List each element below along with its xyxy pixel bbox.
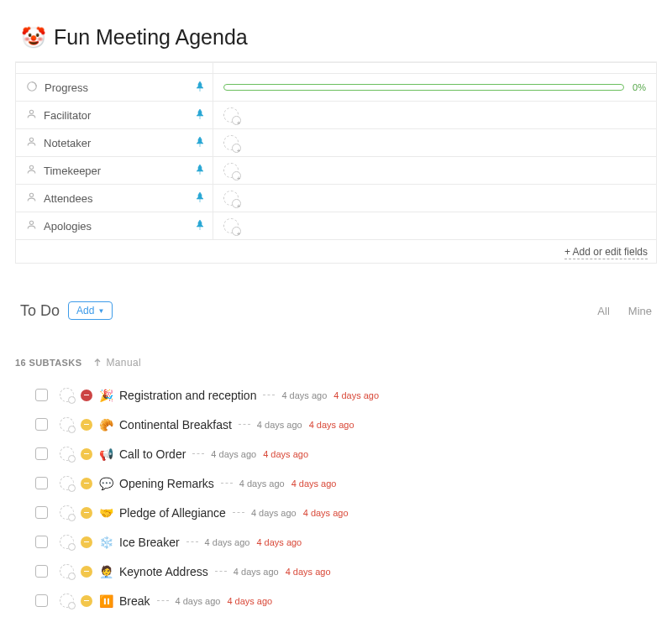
filter-mine-tab[interactable]: Mine xyxy=(628,305,652,317)
person-icon xyxy=(26,136,37,149)
subtask-checkbox[interactable] xyxy=(35,565,48,578)
priority-status-icon[interactable] xyxy=(81,595,92,607)
subtask-title[interactable]: Continental Breakfast xyxy=(119,418,232,431)
assignee-add-icon[interactable] xyxy=(60,388,74,402)
page-title: Fun Meeting Agenda xyxy=(54,25,248,50)
divider-icon xyxy=(233,512,244,513)
divider-icon xyxy=(157,600,169,601)
subtask-created-date: 4 days ago xyxy=(176,596,221,606)
assignee-add-icon[interactable] xyxy=(223,218,239,233)
subtask-created-date: 4 days ago xyxy=(234,567,279,577)
subtask-checkbox[interactable] xyxy=(35,477,48,489)
subtask-emoji-icon: 🤝 xyxy=(99,506,113,520)
filter-all-tab[interactable]: All xyxy=(597,305,609,317)
priority-status-icon[interactable] xyxy=(81,419,92,431)
pin-icon[interactable] xyxy=(196,220,204,233)
subtask-title[interactable]: Call to Order xyxy=(119,447,186,461)
subtask-title[interactable]: Registration and reception xyxy=(119,389,256,402)
priority-status-icon[interactable] xyxy=(81,448,92,460)
priority-status-icon[interactable] xyxy=(81,536,92,548)
assignee-add-icon[interactable] xyxy=(60,417,74,431)
subtask-created-date: 4 days ago xyxy=(205,537,250,547)
assignee-add-icon[interactable] xyxy=(60,535,74,549)
add-subtask-button[interactable]: Add ▼ xyxy=(68,301,113,320)
subtask-row[interactable]: 🤝Pledge of Allegiance4 days ago4 days ag… xyxy=(35,498,657,527)
pin-icon[interactable] xyxy=(196,192,204,205)
subtask-checkbox[interactable] xyxy=(35,389,48,401)
svg-point-1 xyxy=(29,110,33,113)
subtasks-list: 🎉Registration and reception4 days ago4 d… xyxy=(15,374,657,615)
subtask-checkbox[interactable] xyxy=(35,506,48,519)
person-icon xyxy=(26,164,37,177)
subtask-created-date: 4 days ago xyxy=(239,478,285,489)
svg-point-3 xyxy=(29,165,33,169)
pin-icon[interactable] xyxy=(196,137,204,149)
priority-status-icon[interactable] xyxy=(81,566,92,578)
svg-point-4 xyxy=(29,193,33,196)
subtask-row[interactable]: 🧑‍💼Keynote Address4 days ago4 days ago xyxy=(35,557,657,586)
assignee-add-icon[interactable] xyxy=(60,447,74,461)
subtask-row[interactable]: ❄️Ice Breaker4 days ago4 days ago xyxy=(35,527,657,557)
subtask-checkbox[interactable] xyxy=(35,594,48,607)
assignee-add-icon[interactable] xyxy=(60,564,74,578)
subtasks-toolbar: 16 SUBTASKS Manual xyxy=(15,320,657,374)
subtask-emoji-icon: 🥐 xyxy=(99,418,113,431)
field-row[interactable]: Notetaker xyxy=(16,128,656,156)
sort-mode-button[interactable]: Manual xyxy=(93,357,141,369)
assignee-add-icon[interactable] xyxy=(223,163,239,178)
field-row[interactable]: Attendees xyxy=(16,184,656,212)
subtask-title[interactable]: Opening Remarks xyxy=(119,477,214,490)
sort-arrow-icon xyxy=(93,358,102,367)
todo-header: To Do Add ▼ All Mine xyxy=(15,264,657,320)
assignee-add-icon[interactable] xyxy=(223,135,239,150)
add-edit-fields-link[interactable]: + Add or edit fields xyxy=(564,246,648,259)
subtask-title[interactable]: Pledge of Allegiance xyxy=(119,506,226,520)
subtask-checkbox[interactable] xyxy=(35,536,48,548)
subtask-emoji-icon: 🧑‍💼 xyxy=(99,565,113,578)
subtask-title[interactable]: Break xyxy=(119,594,150,608)
field-row[interactable]: Timekeeper xyxy=(16,156,656,184)
svg-point-2 xyxy=(29,138,33,141)
subtask-due-date: 4 days ago xyxy=(227,596,272,606)
subtask-checkbox[interactable] xyxy=(35,447,48,460)
assignee-add-icon[interactable] xyxy=(223,191,239,206)
subtask-checkbox[interactable] xyxy=(35,418,48,431)
subtask-row[interactable]: 📢Call to Order4 days ago4 days ago xyxy=(35,439,657,468)
progress-percent: 0% xyxy=(633,82,646,92)
assignee-add-icon[interactable] xyxy=(60,505,74,520)
subtask-row[interactable]: 🎉Registration and reception4 days ago4 d… xyxy=(35,380,657,410)
pin-icon[interactable] xyxy=(196,81,204,94)
field-label: Facilitator xyxy=(44,109,91,122)
field-label: Notetaker xyxy=(44,137,91,149)
field-label: Timekeeper xyxy=(44,165,101,177)
subtask-row[interactable]: ⏸️Break4 days ago4 days ago xyxy=(35,586,657,615)
subtask-created-date: 4 days ago xyxy=(257,420,302,430)
pin-icon[interactable] xyxy=(196,165,204,177)
field-row[interactable]: Progress0% xyxy=(16,73,656,101)
subtask-due-date: 4 days ago xyxy=(286,567,331,577)
priority-status-icon[interactable] xyxy=(81,507,92,519)
field-label: Apologies xyxy=(44,220,92,233)
pin-icon[interactable] xyxy=(196,109,204,122)
priority-status-icon[interactable] xyxy=(81,478,92,489)
subtask-emoji-icon: 📢 xyxy=(99,447,113,461)
progress-bar[interactable]: 0% xyxy=(223,82,646,92)
assignee-add-icon[interactable] xyxy=(223,107,239,123)
field-row-truncated xyxy=(16,62,656,73)
priority-status-icon[interactable] xyxy=(81,390,92,401)
subtasks-count: 16 SUBTASKS xyxy=(15,358,81,368)
subtask-title[interactable]: Ice Breaker xyxy=(119,536,180,549)
person-icon xyxy=(26,191,37,205)
assignee-add-icon[interactable] xyxy=(60,476,74,490)
assignee-add-icon[interactable] xyxy=(60,594,74,608)
subtask-title[interactable]: Keynote Address xyxy=(119,565,208,578)
field-label: Progress xyxy=(45,81,88,94)
field-row[interactable]: Apologies xyxy=(16,212,656,239)
field-row[interactable]: Facilitator xyxy=(16,101,656,128)
chevron-down-icon: ▼ xyxy=(97,307,104,315)
subtask-row[interactable]: 💬Opening Remarks4 days ago4 days ago xyxy=(35,468,657,498)
fields-table: Progress0%FacilitatorNotetakerTimekeeper… xyxy=(15,62,657,264)
subtask-row[interactable]: 🥐Continental Breakfast4 days ago4 days a… xyxy=(35,410,657,439)
subtask-due-date: 4 days ago xyxy=(256,537,302,547)
subtask-emoji-icon: ❄️ xyxy=(99,536,113,549)
